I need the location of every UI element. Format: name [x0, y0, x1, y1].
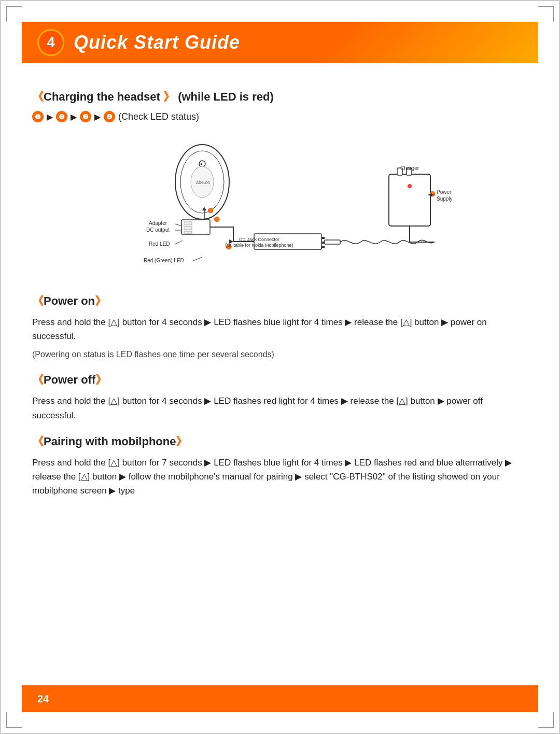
pairing-section: 《Pairing with mobilphone》 Press and hold… [32, 434, 528, 498]
svg-point-34 [408, 184, 412, 188]
pairing-title-text: Pairing with mobilphone [44, 435, 176, 448]
step-1: ❶ [32, 111, 44, 122]
power-off-section: 《Power off》 Press and hold the [△] butto… [32, 372, 528, 422]
diagram-container: ● abe.co ❷ ❹ Adapter DC output [32, 133, 528, 278]
svg-rect-28 [325, 240, 340, 244]
power-on-section: 《Power on》 Press and hold the [△] button… [32, 293, 528, 361]
header-bar: 4 Quick Start Guide [22, 22, 538, 63]
svg-text:Power: Power [437, 189, 452, 195]
power-on-title: 《Power on》 [32, 293, 528, 309]
step-2: ❷ [56, 111, 67, 122]
charging-title: 《Charging the headset 》 (while LED is re… [32, 89, 528, 105]
page-title: Quick Start Guide [74, 32, 240, 53]
corner-mark-br [538, 712, 554, 728]
power-on-title-text: Power on [44, 294, 95, 307]
steps-line: ❶ ▶ ❷ ▶ ❸ ▶ ❹ (Check LED status) [32, 111, 528, 122]
svg-line-21 [175, 241, 183, 244]
power-off-body: Press and hold the [△] button for 4 seco… [32, 394, 528, 422]
charging-title-main: Charging the headset [44, 90, 163, 103]
power-on-note: (Powering on status is LED flashes one t… [32, 348, 528, 361]
arrow-2: ▶ [71, 112, 77, 122]
svg-text:(Suitable for Nokia Mobilephon: (Suitable for Nokia Mobilephone) [225, 243, 293, 248]
corner-mark-tl [6, 6, 22, 22]
svg-rect-27 [321, 246, 325, 248]
svg-rect-31 [389, 174, 430, 226]
svg-rect-11 [184, 222, 192, 225]
pairing-body: Press and hold the [△] button for 7 seco… [32, 456, 528, 498]
charging-diagram: ● abe.co ❷ ❹ Adapter DC output [99, 133, 461, 278]
svg-rect-25 [321, 237, 325, 239]
svg-rect-12 [184, 227, 192, 230]
page-number: 4 [47, 34, 55, 51]
corner-mark-tr [538, 6, 554, 22]
svg-text:DC Jack Connector: DC Jack Connector [239, 237, 279, 242]
arrow-1: ▶ [47, 112, 53, 122]
guillemet-close: 》 [163, 90, 175, 103]
pairing-title: 《Pairing with mobilphone》 [32, 434, 528, 449]
svg-text:Red LED: Red LED [149, 241, 170, 247]
svg-text:Adapter: Adapter [149, 220, 167, 226]
content-area: 《Charging the headset 》 (while LED is re… [1, 63, 559, 519]
svg-text:Supply: Supply [437, 196, 453, 202]
guillemet-open: 《 [32, 90, 44, 103]
svg-text:●: ● [200, 162, 203, 166]
step-4: ❹ [104, 111, 115, 122]
svg-line-23 [192, 257, 202, 261]
charging-section: 《Charging the headset 》 (while LED is re… [32, 89, 528, 278]
svg-rect-13 [184, 231, 192, 234]
step-3: ❸ [80, 111, 91, 122]
charging-title-sub: (while LED is red) [175, 90, 274, 103]
arrow-3: ▶ [94, 112, 101, 122]
svg-text:DC output: DC output [146, 227, 170, 233]
page-number-circle: 4 [37, 29, 64, 56]
power-off-title-text: Power off [44, 373, 95, 386]
svg-rect-26 [321, 242, 325, 244]
footer-page-number: 24 [37, 693, 49, 705]
power-off-title: 《Power off》 [32, 372, 528, 388]
power-on-body: Press and hold the [△] button for 4 seco… [32, 315, 528, 343]
footer-bar: 24 [22, 685, 538, 712]
corner-mark-bl [6, 712, 22, 728]
svg-text:Red (Green) LED: Red (Green) LED [144, 258, 184, 263]
svg-text:❹: ❹ [214, 216, 220, 223]
svg-text:❷: ❷ [207, 207, 214, 215]
steps-check-text: (Check LED status) [118, 111, 199, 122]
svg-line-16 [175, 224, 181, 226]
svg-text:abe.co: abe.co [196, 180, 210, 185]
svg-text:Charger: Charger [400, 165, 419, 171]
